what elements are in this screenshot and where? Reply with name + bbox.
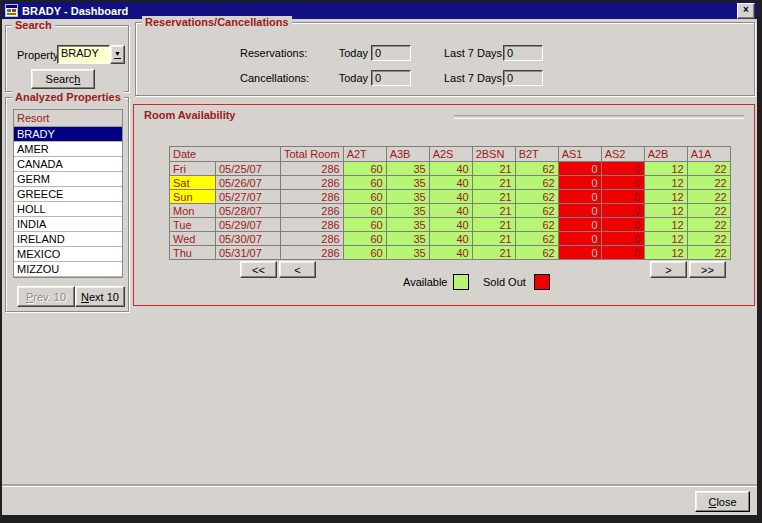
value-cell-a2s: 40 (429, 190, 472, 204)
value-cell-a3b: 35 (386, 246, 429, 260)
value-cell-a1a: 22 (687, 204, 730, 218)
property-label: Property (17, 49, 59, 61)
value-cell-as1: 0 (558, 218, 601, 232)
value-cell-a3b: 35 (386, 218, 429, 232)
value-cell-a1a: 22 (687, 232, 730, 246)
search-group-title: Search (12, 19, 55, 31)
value-cell-a2t: 60 (343, 176, 386, 190)
column-header-as2: AS2 (601, 147, 644, 162)
value-cell-a2b: 12 (644, 232, 687, 246)
day-cell: Thu (170, 246, 216, 260)
list-item-canada[interactable]: CANADA (14, 157, 122, 172)
availability-title: Room Availability (141, 109, 238, 121)
total-room-cell: 286 (281, 162, 344, 176)
reservations-group-title: Reservations/Cancellations (142, 16, 292, 28)
value-cell-a2b: 12 (644, 190, 687, 204)
value-cell-a1a: 22 (687, 176, 730, 190)
value-cell-b2t: 62 (515, 246, 558, 260)
property-combobox[interactable]: BRADY (57, 45, 110, 64)
value-cell-b2t: 62 (515, 176, 558, 190)
value-cell-a3b: 35 (386, 232, 429, 246)
first-page-button[interactable]: << (240, 261, 277, 278)
titlebar-close-button[interactable]: × (737, 3, 755, 19)
value-cell-2bsn: 21 (472, 204, 515, 218)
column-header-a2s: A2S (429, 147, 472, 162)
column-header-total-room: Total Room (281, 147, 344, 162)
window-title: BRADY - Dashboard (22, 5, 737, 17)
value-cell-a2b: 12 (644, 176, 687, 190)
list-item-brady[interactable]: BRADY (14, 127, 122, 142)
column-header-as1: AS1 (558, 147, 601, 162)
list-item-holl[interactable]: HOLL (14, 202, 122, 217)
close-button[interactable]: Close (695, 491, 750, 512)
list-item-mexico[interactable]: MEXICO (14, 247, 122, 262)
analyzed-group-title: Analyzed Properties (12, 91, 124, 103)
value-cell-a1a: 22 (687, 246, 730, 260)
date-cell: 05/29/07 (216, 218, 281, 232)
table-row: Sun05/27/072866035402162001222 (170, 190, 731, 204)
day-cell: Fri (170, 162, 216, 176)
date-cell: 05/27/07 (216, 190, 281, 204)
value-cell-a3b: 35 (386, 190, 429, 204)
next-10-button[interactable]: Next 10 (75, 286, 125, 307)
column-header-a2b: A2B (644, 147, 687, 162)
day-cell: Sat (170, 176, 216, 190)
column-header-2bsn: 2BSN (472, 147, 515, 162)
last7-label: Last 7 Days (444, 72, 502, 84)
column-header-a2t: A2T (343, 147, 386, 162)
total-room-cell: 286 (281, 218, 344, 232)
value-cell-as1: 0 (558, 204, 601, 218)
value-cell-b2t: 62 (515, 218, 558, 232)
value-cell-a3b: 35 (386, 162, 429, 176)
list-item-germ[interactable]: GERM (14, 172, 122, 187)
today-value-field[interactable]: 0 (371, 45, 411, 61)
next-page-button[interactable]: > (650, 261, 687, 278)
resort-list-header: Resort (14, 110, 122, 127)
value-cell-as1: 0 (558, 190, 601, 204)
value-cell-2bsn: 21 (472, 176, 515, 190)
prev-page-button[interactable]: < (279, 261, 316, 278)
value-cell-as1: 0 (558, 162, 601, 176)
search-button[interactable]: Search (31, 69, 95, 89)
value-cell-as1: 0 (558, 232, 601, 246)
date-cell: 05/31/07 (216, 246, 281, 260)
list-item-greece[interactable]: GREECE (14, 187, 122, 202)
value-cell-as1: 0 (558, 176, 601, 190)
column-header-a3b: A3B (386, 147, 429, 162)
value-cell-a2t: 60 (343, 246, 386, 260)
value-cell-as1: 0 (558, 246, 601, 260)
last7-value-field[interactable]: 0 (503, 70, 543, 86)
value-cell-a3b: 35 (386, 204, 429, 218)
value-cell-b2t: 62 (515, 190, 558, 204)
today-value-field[interactable]: 0 (371, 70, 411, 86)
value-cell-2bsn: 21 (472, 190, 515, 204)
value-cell-a2s: 40 (429, 162, 472, 176)
value-cell-a2b: 12 (644, 246, 687, 260)
day-cell: Tue (170, 218, 216, 232)
value-cell-b2t: 62 (515, 162, 558, 176)
availability-title-rule (454, 115, 744, 119)
value-cell-b2t: 62 (515, 204, 558, 218)
last-page-button[interactable]: >> (689, 261, 726, 278)
dropdown-arrow-icon: ▼ (114, 50, 121, 59)
value-cell-a2b: 12 (644, 218, 687, 232)
last7-value: 0 (507, 47, 513, 59)
prev-10-button[interactable]: Prev. 10 (17, 286, 75, 307)
list-item-ireland[interactable]: IRELAND (14, 232, 122, 247)
list-item-mizzou[interactable]: MIZZOU (14, 262, 122, 277)
day-cell: Sun (170, 190, 216, 204)
combo-dropdown-button[interactable]: ▼ (110, 45, 125, 64)
last7-value: 0 (507, 72, 513, 84)
property-combo-value: BRADY (61, 47, 99, 59)
value-cell-as2: 0 (601, 176, 644, 190)
value-cell-a1a: 22 (687, 190, 730, 204)
close-icon: × (743, 4, 749, 15)
list-item-amer[interactable]: AMER (14, 142, 122, 157)
legend-soldout-label: Sold Out (483, 276, 526, 288)
value-cell-a2s: 40 (429, 218, 472, 232)
total-room-cell: 286 (281, 232, 344, 246)
table-row: Wed05/30/072866035402162001222 (170, 232, 731, 246)
last7-value-field[interactable]: 0 (503, 45, 543, 61)
list-item-india[interactable]: INDIA (14, 217, 122, 232)
room-availability-table: DateTotal RoomA2TA3BA2S2BSNB2TAS1AS2A2BA… (169, 146, 731, 260)
